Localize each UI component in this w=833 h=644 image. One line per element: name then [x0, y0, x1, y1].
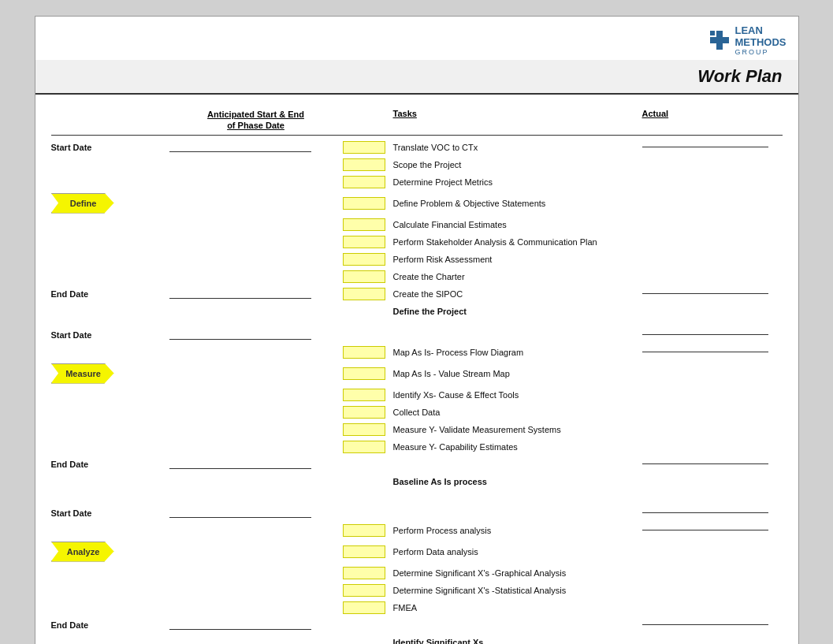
define-summary-task: Define the Project — [390, 307, 642, 316]
define-end-row: End Date Create the SIPOC — [51, 285, 783, 303]
col3-header — [343, 109, 390, 132]
measure-summary-row: Baseline As Is process — [51, 473, 783, 490]
define-task-5: Calculate Financial Estimates — [390, 220, 642, 229]
measure-task-5: Measure Y- Validate Measurement Systems — [390, 425, 642, 434]
measure-row-6: Measure Y- Capability Estimates — [51, 438, 783, 456]
measure-task-4: Collect Data — [390, 408, 642, 417]
col2-header: Anticipated Start & Endof Phase Date — [169, 109, 343, 132]
define-yellow-6 — [343, 236, 385, 248]
logo-text-methods: METHODS — [735, 36, 787, 48]
col4-header: Tasks — [390, 109, 642, 132]
logo-text-group: GROUP — [735, 48, 787, 56]
measure-task-2: Map As Is - Value Stream Map — [390, 369, 642, 378]
define-yellow-8 — [343, 270, 385, 283]
analyze-task-3: Determine Significant X's -Graphical Ana… — [390, 568, 642, 578]
analyze-row-1: Perform Process analysis — [51, 522, 783, 539]
define-task-3: Determine Project Metrics — [390, 177, 642, 187]
analyze-end-label: End Date — [51, 620, 169, 630]
define-task-4: Define Problem & Objective Statements — [390, 199, 642, 208]
define-yellow-9 — [343, 288, 385, 300]
analyze-yellow-3 — [343, 567, 385, 579]
page: LEAN METHODS GROUP Work Plan Anticipated… — [35, 16, 799, 644]
analyze-task-5: FMEA — [390, 603, 642, 612]
analyze-row-2: Analyze Perform Data analysis — [51, 539, 783, 564]
define-yellow-1 — [343, 141, 385, 154]
analyze-summary-row: Identify Significant Xs — [51, 634, 783, 644]
measure-row-5: Measure Y- Validate Measurement Systems — [51, 421, 783, 438]
measure-yellow-4 — [343, 406, 385, 419]
define-summary-row: Define the Project — [51, 303, 783, 320]
measure-task-3: Identify Xs- Cause & Effect Tools — [390, 390, 642, 400]
logo: LEAN METHODS GROUP — [708, 24, 787, 56]
analyze-task-2: Perform Data analysis — [390, 547, 642, 557]
logo-text-lean: LEAN — [735, 24, 787, 36]
define-task-2: Scope the Project — [390, 160, 642, 169]
measure-section: Start Date Map As Is- Process Flow Diagr… — [51, 326, 783, 490]
measure-start-label: Start Date — [51, 330, 169, 340]
page-title: Work Plan — [51, 66, 783, 87]
measure-end-label: End Date — [51, 460, 169, 469]
measure-task-1: Map As Is- Process Flow Diagram — [390, 348, 642, 357]
analyze-section: Start Date Perform Process analysis Anal… — [51, 504, 783, 644]
define-section: Start Date Translate VOC to CTx Scope th… — [51, 139, 783, 320]
svg-rect-1 — [710, 37, 729, 43]
analyze-phase-arrow: Analyze — [51, 542, 114, 562]
measure-row-3: Identify Xs- Cause & Effect Tools — [51, 386, 783, 404]
analyze-task-1: Perform Process analysis — [390, 526, 642, 535]
measure-yellow-6 — [343, 441, 385, 453]
measure-yellow-2 — [343, 367, 385, 380]
define-row-4: Define Define Problem & Objective Statem… — [51, 191, 783, 216]
measure-summary-task: Baseline As Is process — [390, 477, 642, 486]
analyze-summary-task: Identify Significant Xs — [390, 638, 642, 644]
define-row-8: Create the Charter — [51, 268, 783, 285]
measure-row-4: Collect Data — [51, 404, 783, 421]
measure-yellow-5 — [343, 423, 385, 436]
define-yellow-5 — [343, 218, 385, 231]
define-yellow-2 — [343, 158, 385, 171]
content: Anticipated Start & Endof Phase Date Tas… — [35, 95, 798, 644]
logo-icon — [708, 29, 731, 51]
define-start-label: Start Date — [51, 143, 169, 152]
measure-row-2: Measure Map As Is - Value Stream Map — [51, 361, 783, 386]
measure-row-1: Map As Is- Process Flow Diagram — [51, 344, 783, 361]
define-yellow-7 — [343, 253, 385, 266]
svg-rect-2 — [710, 31, 715, 35]
define-task-6: Perform Stakeholder Analysis & Communica… — [390, 237, 642, 247]
col1-header — [51, 109, 169, 132]
analyze-row-4: Determine Significant X's -Statistical A… — [51, 582, 783, 599]
define-start-row: Start Date Translate VOC to CTx — [51, 139, 783, 156]
measure-phase-arrow: Measure — [51, 363, 114, 384]
measure-task-6: Measure Y- Capability Estimates — [390, 442, 642, 452]
define-yellow-3 — [343, 176, 385, 188]
measure-yellow-1 — [343, 346, 385, 359]
analyze-yellow-4 — [343, 584, 385, 597]
analyze-row-5: FMEA — [51, 599, 783, 616]
measure-start-row: Start Date — [51, 326, 783, 344]
define-row-2: Scope the Project — [51, 156, 783, 173]
define-row-3: Determine Project Metrics — [51, 173, 783, 191]
define-task-7: Perform Risk Assessment — [390, 255, 642, 264]
define-task-8: Create the Charter — [390, 272, 642, 281]
define-task-1: Translate VOC to CTx — [390, 143, 642, 152]
analyze-yellow-2 — [343, 545, 385, 558]
analyze-end-row: End Date — [51, 616, 783, 634]
measure-yellow-3 — [343, 389, 385, 401]
define-row-5: Calculate Financial Estimates — [51, 216, 783, 233]
analyze-start-row: Start Date — [51, 504, 783, 522]
define-yellow-4 — [343, 197, 385, 210]
define-phase-arrow: Define — [51, 193, 114, 214]
define-row-7: Perform Risk Assessment — [51, 251, 783, 268]
measure-end-row: End Date — [51, 456, 783, 473]
analyze-yellow-1 — [343, 524, 385, 537]
col5-header: Actual — [642, 109, 784, 132]
analyze-row-3: Determine Significant X's -Graphical Ana… — [51, 564, 783, 582]
column-headers: Anticipated Start & Endof Phase Date Tas… — [51, 102, 783, 136]
define-row-6: Perform Stakeholder Analysis & Communica… — [51, 233, 783, 251]
analyze-task-4: Determine Significant X's -Statistical A… — [390, 586, 642, 595]
analyze-yellow-5 — [343, 601, 385, 614]
define-task-9: Create the SIPOC — [390, 289, 642, 299]
analyze-start-label: Start Date — [51, 508, 169, 518]
header-bar: Work Plan — [35, 60, 798, 95]
define-end-label: End Date — [51, 289, 169, 299]
